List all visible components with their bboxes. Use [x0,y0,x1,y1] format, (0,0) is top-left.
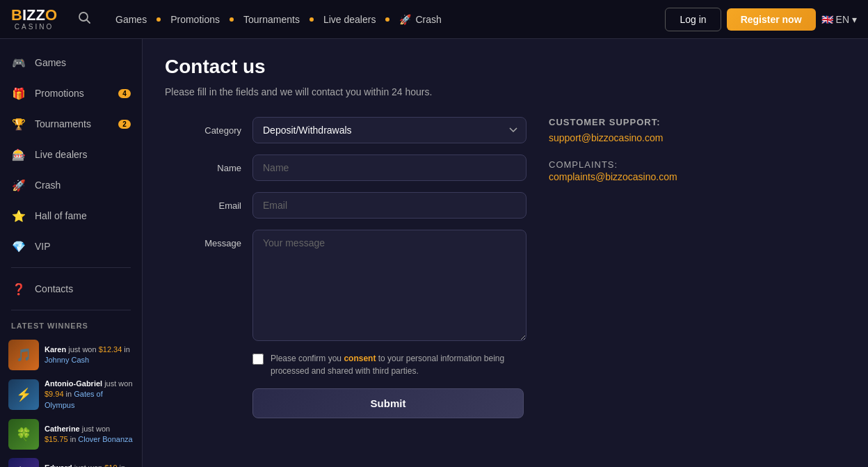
sidebar-divider [11,267,131,268]
nav-crash-label: Crash [415,14,441,25]
sidebar-item-vip[interactable]: 💎 VIP [0,231,142,262]
submit-button[interactable]: Submit [252,388,524,418]
sidebar-item-live-dealers[interactable]: 🎰 Live dealers [0,139,142,170]
customer-support-email[interactable]: support@bizzocasino.com [549,132,663,143]
winner-game: Clover Bonanza [78,435,132,443]
vip-icon: 💎 [11,239,26,254]
sidebar-item-label-tournaments: Tournaments [35,118,91,129]
nav-actions: Log in Register now 🇬🇧 EN ▾ [665,8,857,31]
category-label: Category [165,117,241,136]
email-input[interactable] [252,192,527,219]
contact-form-container: Category Deposit/WithdrawalsTechnical Su… [165,117,846,418]
consent-checkbox[interactable] [252,354,264,365]
register-button[interactable]: Register now [727,8,816,31]
consent-row: Please confirm you consent to your perso… [165,352,527,377]
logo-casino: CASINO [11,23,57,31]
support-section: CUSTOMER SUPPORT: support@bizzocasino.co… [549,117,785,197]
sidebar-item-games[interactable]: 🎮 Games [0,47,142,78]
tournaments-icon: 🏆 [11,116,26,132]
sidebar-item-tournaments[interactable]: 🏆 Tournaments 2 [0,109,142,139]
latest-winners-title: Latest winners [8,322,134,330]
winner-item[interactable]: 🍬 Edward just won $10 in Sweet Spins 20 [8,454,134,467]
winner-name: Antonio-Gabriel [45,379,102,388]
winner-name: Karen [45,345,66,354]
nav-games[interactable]: Games [108,10,154,29]
sidebar-item-contacts[interactable]: ❓ Contacts [0,274,142,304]
sidebar-item-hall-of-fame[interactable]: ⭐ Hall of fame [0,200,142,231]
sidebar-item-label-vip: VIP [35,241,51,252]
winner-item[interactable]: 🍀 Catherine just won $15.75 in Clover Bo… [8,415,134,454]
form-row-message: Message [165,230,527,341]
promotions-icon: 🎁 [11,86,26,101]
badge-tournaments: 2 [118,120,131,129]
game-thumbnail: 🍬 [8,458,39,467]
name-label: Name [165,155,241,173]
message-label: Message [165,230,241,248]
winner-item[interactable]: 🎵 Karen just won $12.34 in Johnny Cash [8,335,134,374]
nav-dot-3 [310,17,314,22]
logo[interactable]: BIZZO CASINO [11,8,57,31]
winner-thumb: 🍀 [8,419,39,450]
nav-games-label: Games [115,14,147,25]
winner-name: Catherine [45,425,80,433]
winner-thumb: ⚡ [8,379,39,410]
winner-amount: $15.75 [45,435,68,443]
complaints-label: COMPLAINTS: [549,159,618,170]
nav-promotions[interactable]: Promotions [163,10,227,29]
winner-amount: $9.94 [45,390,64,398]
winner-info: Edward just won $10 in Sweet Spins 20 [45,463,134,467]
winner-game: Johnny Cash [45,356,89,364]
message-textarea[interactable] [252,230,527,341]
nav-live-dealers-label: Live dealers [323,14,376,25]
winner-amount: $10 [104,464,117,467]
nav-tournaments[interactable]: Tournaments [236,10,307,29]
winner-info: Karen just won $12.34 in Johnny Cash [45,345,134,366]
form-row-category: Category Deposit/WithdrawalsTechnical Su… [165,117,527,143]
email-label: Email [165,192,241,211]
live-dealers-icon: 🎰 [11,147,26,162]
nav-dot-4 [385,17,389,22]
flag-icon: 🇬🇧 [821,14,833,25]
sidebar-item-promotions[interactable]: 🎁 Promotions 4 [0,78,142,109]
svg-point-0 [79,13,88,21]
winner-name: Edward [45,464,72,467]
content-area: Contact us Please fill in the fields and… [143,39,868,467]
nav-items: Games Promotions Tournaments Live dealer… [108,10,659,29]
form-row-name: Name [165,155,527,181]
language-selector[interactable]: 🇬🇧 EN ▾ [821,14,857,25]
game-thumbnail: 🍀 [8,419,39,450]
main-layout: 🎮 Games 🎁 Promotions 4 🏆 Tournaments 2 🎰… [0,39,868,467]
sidebar: 🎮 Games 🎁 Promotions 4 🏆 Tournaments 2 🎰… [0,39,143,467]
sidebar-item-label-games: Games [35,57,66,68]
nav-live-dealers[interactable]: Live dealers [316,10,383,29]
svg-line-1 [87,20,90,23]
category-select[interactable]: Deposit/WithdrawalsTechnical SupportBonu… [252,117,527,143]
sidebar-contacts-label: Contacts [35,283,73,294]
page-title: Contact us [165,56,846,78]
consent-text: Please confirm you consent to your perso… [271,352,527,377]
login-button[interactable]: Log in [665,8,721,31]
consent-link[interactable]: consent [344,354,376,363]
form-row-email: Email [165,192,527,219]
game-thumbnail: ⚡ [8,379,39,410]
rocket-icon: 🚀 [399,14,411,25]
winner-info: Antonio-Gabriel just won $9.94 in Gates … [45,379,134,411]
nav-dot-2 [230,17,234,22]
sidebar-menu: 🎮 Games 🎁 Promotions 4 🏆 Tournaments 2 🎰… [0,47,142,262]
sidebar-divider-2 [11,310,131,310]
sidebar-item-crash[interactable]: 🚀 Crash [0,170,142,200]
top-navigation: BIZZO CASINO Games Promotions Tournament… [0,0,868,39]
nav-dot-1 [156,17,161,22]
name-input[interactable] [252,155,527,181]
sidebar-item-label-hall-of-fame: Hall of fame [35,210,87,221]
lang-label: EN [836,14,849,25]
winner-thumb: 🍬 [8,458,39,467]
games-icon: 🎮 [11,55,26,70]
winner-item[interactable]: ⚡ Antonio-Gabriel just won $9.94 in Gate… [8,374,134,415]
winner-thumb: 🎵 [8,340,39,370]
complaints-email[interactable]: complaints@bizzocasino.com [549,171,677,182]
nav-crash[interactable]: 🚀 Crash [392,10,448,29]
search-button[interactable] [71,7,97,31]
logo-name: BIZZO [11,8,57,23]
sidebar-item-label-live-dealers: Live dealers [35,149,88,160]
